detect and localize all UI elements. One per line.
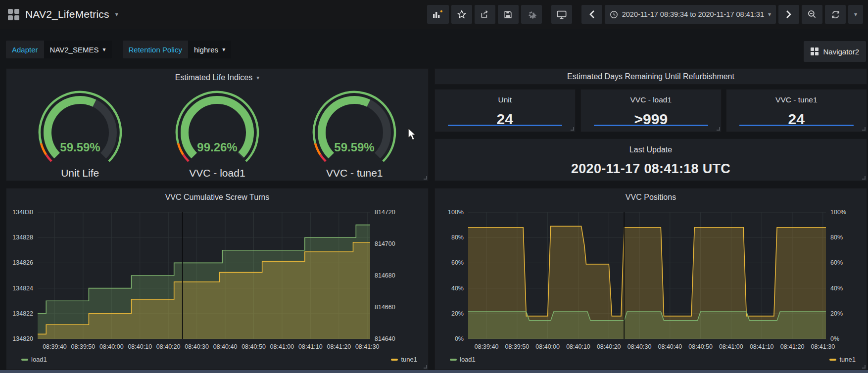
panel-vvc-cumulative-screw-turns: VVC Cumulative Screw Turns13482013482213… [6, 188, 429, 370]
stat-title[interactable]: VVC - load1 [581, 90, 721, 104]
x-axis-tick: 08:41:00 [270, 343, 294, 350]
panel-resize-handle[interactable] [571, 127, 574, 131]
panel-resize-handle[interactable] [862, 127, 866, 131]
refresh-dashboard-button[interactable] [825, 5, 846, 24]
time-range-forward-button[interactable] [778, 5, 799, 24]
dashboard-title: NAV2_LifeMetrics [25, 8, 109, 20]
cycle-view-mode-button[interactable] [551, 5, 572, 24]
top-navbar: NAV2_LifeMetrics ▾ 2020-11-17 08:39:34 t… [0, 0, 868, 29]
last-update-value: 2020-11-17 08:41:18 UTC [435, 161, 867, 177]
y-axis-tick-right: 100% [830, 209, 846, 216]
legend-swatch-icon [450, 359, 457, 361]
x-axis-tick: 08:40:40 [658, 343, 682, 350]
y-axis-tick-right: 0% [830, 335, 839, 342]
x-axis-tick: 08:41:20 [327, 343, 351, 350]
y-axis-tick-left: 20% [451, 310, 464, 317]
toolbar: 2020-11-17 08:39:34 to 2020-11-17 08:41:… [425, 4, 863, 24]
x-axis-tick: 08:39:50 [505, 343, 530, 350]
dashboard-title-button[interactable]: NAV2_LifeMetrics ▾ [0, 8, 118, 20]
panel-resize-handle[interactable] [717, 127, 720, 131]
panel-title[interactable]: VVC Cumulative Screw Turns [165, 193, 270, 202]
dashboard-settings-button[interactable] [521, 5, 542, 24]
panel-last-update: Last Update 2020-11-17 08:41:18 UTC [434, 139, 867, 181]
gauge-unit-life: 59.59%Unit Life [23, 84, 137, 179]
chart-legend: load1 tune1 [435, 356, 867, 366]
navigator2-button[interactable]: Navigator2 [804, 41, 866, 62]
x-axis-tick: 08:40:50 [241, 343, 266, 350]
panel-vvc-positions: VVC Positions0%20%40%60%80%100%0%20%40%6… [434, 188, 867, 370]
legend-swatch-icon [391, 359, 398, 361]
grafana-dashboard: NAV2_LifeMetrics ▾ 2020-11-17 08:39:34 t… [0, 0, 868, 373]
variable-label: Retention Policy [123, 41, 188, 58]
x-axis-tick: 08:41:10 [298, 343, 323, 350]
stat-title[interactable]: Unit [435, 90, 575, 104]
legend-swatch-icon [21, 359, 28, 361]
panel-title[interactable]: Last Update [435, 139, 867, 154]
bottom-scrollbar[interactable] [0, 370, 868, 373]
y-axis-tick-left: 40% [451, 285, 464, 292]
y-axis-tick-left: 0% [455, 335, 464, 342]
gauge-row: 59.59%Unit Life99.26%VVC - load159.59%VV… [6, 82, 428, 179]
x-axis-tick: 08:39:50 [71, 343, 96, 350]
panel-estimated-life-indices: Estimated Life Indices ▾ 59.59%Unit Life… [6, 68, 429, 181]
time-range-back-button[interactable] [581, 5, 602, 24]
y-axis-tick-left: 134826 [12, 259, 33, 266]
panel-title[interactable]: Estimated Days Remaining Until Refurbish… [435, 69, 867, 81]
panel-resize-handle[interactable] [424, 176, 427, 180]
legend-item-tune1[interactable]: tune1 [391, 356, 417, 363]
chevron-down-icon: ▾ [768, 11, 771, 18]
x-axis-tick: 08:41:20 [780, 343, 805, 350]
panel-menu-caret-icon[interactable]: ▾ [256, 74, 259, 81]
panel-title[interactable]: VVC Positions [626, 193, 676, 202]
x-axis-tick: 08:40:40 [213, 343, 238, 350]
x-axis-tick: 08:40:10 [128, 343, 152, 350]
stat-title[interactable]: VVC - tune1 [726, 90, 867, 104]
panel-resize-handle[interactable] [424, 365, 427, 369]
legend-swatch-icon [829, 359, 836, 361]
stat-sparkline [594, 125, 708, 126]
panel-days-remaining-header: Estimated Days Remaining Until Refurbish… [434, 68, 867, 85]
x-axis-tick: 08:39:40 [475, 343, 499, 350]
stat-sparkline [448, 125, 562, 126]
x-axis-tick: 08:40:00 [99, 343, 124, 350]
variable-retention-policy: Retention Policyhighres▾ [123, 41, 232, 58]
mouse-cursor [408, 128, 418, 143]
y-axis-tick-right: 80% [830, 234, 843, 241]
panel-resize-handle[interactable] [862, 176, 866, 180]
variable-value-dropdown[interactable]: highres▾ [188, 41, 231, 58]
gauge-arc: 59.59% [23, 84, 137, 169]
panel-title[interactable]: Estimated Life Indices [175, 73, 253, 82]
legend-item-load1[interactable]: load1 [450, 356, 476, 363]
add-panel-button[interactable] [427, 5, 449, 24]
time-range-picker[interactable]: 2020-11-17 08:39:34 to 2020-11-17 08:41:… [605, 5, 776, 24]
y-axis-tick-left: 100% [448, 209, 464, 216]
panel-resize-handle[interactable] [862, 365, 866, 369]
stat-card-unit: Unit 24 [434, 89, 576, 132]
y-axis-tick-left: 134828 [12, 234, 33, 241]
grid-icon [811, 47, 819, 55]
template-variables-row: AdapterNAV2_SEMES▾Retention Policyhighre… [6, 41, 231, 58]
variable-value-dropdown[interactable]: NAV2_SEMES▾ [44, 41, 112, 58]
y-axis-tick-left: 134824 [12, 285, 33, 292]
legend-item-tune1[interactable]: tune1 [829, 356, 856, 363]
refresh-interval-dropdown[interactable]: ▾ [848, 5, 863, 24]
gauge-value: 59.59% [335, 140, 375, 154]
save-dashboard-button[interactable] [498, 5, 519, 24]
x-axis-tick: 08:40:30 [185, 343, 209, 350]
y-axis-tick-right: 814700 [375, 240, 395, 247]
x-axis-tick: 08:39:40 [43, 343, 67, 350]
y-axis-tick-left: 134822 [12, 310, 33, 317]
chevron-down-icon: ▾ [115, 11, 118, 18]
zoom-out-time-range-button[interactable] [802, 5, 822, 24]
variable-adapter: AdapterNAV2_SEMES▾ [6, 41, 112, 58]
star-dashboard-button[interactable] [451, 5, 472, 24]
y-axis-tick-right: 40% [830, 285, 843, 292]
gauge-arc: 59.59% [297, 84, 411, 169]
y-axis-tick-left: 134830 [12, 209, 33, 216]
x-axis-tick: 08:41:00 [719, 343, 743, 350]
gauge-value: 59.59% [60, 140, 100, 154]
legend-item-load1[interactable]: load1 [21, 356, 47, 363]
share-dashboard-button[interactable] [475, 5, 495, 24]
stat-sparkline [739, 125, 854, 126]
stat-card-vvc-load1: VVC - load1 >999 [580, 89, 722, 132]
